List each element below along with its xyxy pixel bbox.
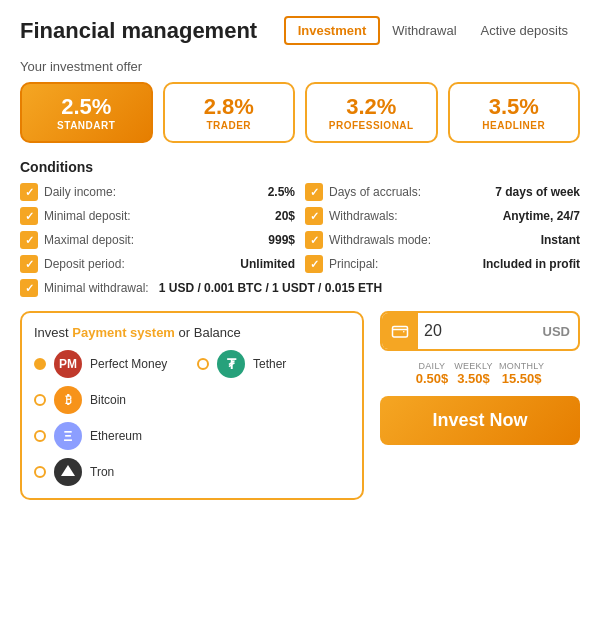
pm-label-perfectmoney: Perfect Money (90, 357, 167, 371)
condition-min-deposit: Minimal deposit: 20$ (20, 207, 295, 225)
plan-professional[interactable]: 3.2% PROFESSIONAL (305, 82, 438, 143)
page-title: Financial management (20, 18, 257, 44)
check-icon-principal (305, 255, 323, 273)
stats-row: DAILY 0.50$ WEEKLY 3.50$ MONTHLY 15.50$ (380, 361, 580, 386)
invest-now-button[interactable]: Invest Now (380, 396, 580, 445)
plan-trader[interactable]: 2.8% TRADER (163, 82, 296, 143)
payment-system-link[interactable]: Payment system (72, 325, 175, 340)
condition-daily-income: Daily income: 2.5% (20, 183, 295, 201)
currency-label: USD (535, 320, 578, 343)
plan-headliner[interactable]: 3.5% HEADLINER (448, 82, 581, 143)
stat-weekly-label: WEEKLY (454, 361, 493, 371)
check-icon-min-dep (20, 207, 38, 225)
tab-active-deposits[interactable]: Active deposits (469, 18, 580, 43)
amount-input[interactable] (418, 318, 535, 344)
pm-dot-ethereum (34, 430, 46, 442)
svg-marker-0 (61, 465, 75, 476)
pm-icon-perfectmoney: PM (54, 350, 82, 378)
plan-headliner-rate: 3.5% (456, 94, 573, 120)
conditions-grid: Daily income: 2.5% Days of accruals: 7 d… (20, 183, 580, 297)
pm-icon-tether: ₮ (217, 350, 245, 378)
payment-method-ethereum[interactable]: Ξ Ethereum (34, 422, 187, 450)
pm-dot-tether (197, 358, 209, 370)
check-icon-max-dep (20, 231, 38, 249)
pm-label-tether: Tether (253, 357, 286, 371)
plan-standart[interactable]: 2.5% STANDART (20, 82, 153, 143)
stat-daily: DAILY 0.50$ (416, 361, 449, 386)
condition-principal: Principal: Included in profit (305, 255, 580, 273)
condition-deposit-period: Deposit period: Unlimited (20, 255, 295, 273)
plan-headliner-name: HEADLINER (456, 120, 573, 131)
pm-label-bitcoin: Bitcoin (90, 393, 126, 407)
check-icon-min-withdrawal (20, 279, 38, 297)
bottom-section: Invest Payment system or Balance PM Perf… (20, 311, 580, 500)
right-panel: USD DAILY 0.50$ WEEKLY 3.50$ MONTHLY 15.… (380, 311, 580, 500)
condition-min-withdrawal: Minimal withdrawal: 1 USD / 0.001 BTC / … (20, 279, 580, 297)
check-icon-days (305, 183, 323, 201)
pm-dot-perfectmoney (34, 358, 46, 370)
plan-trader-rate: 2.8% (171, 94, 288, 120)
wallet-icon (382, 313, 418, 349)
svg-rect-1 (393, 327, 408, 338)
plan-standart-rate: 2.5% (28, 94, 145, 120)
conditions-title: Conditions (20, 159, 580, 175)
tab-investment[interactable]: Investment (284, 16, 381, 45)
payment-method-tether[interactable]: ₮ Tether (197, 350, 350, 378)
stat-weekly-value: 3.50$ (454, 371, 493, 386)
pm-icon-ethereum: Ξ (54, 422, 82, 450)
check-icon-mode (305, 231, 323, 249)
condition-max-deposit: Maximal deposit: 999$ (20, 231, 295, 249)
condition-days-accruals: Days of accruals: 7 days of week (305, 183, 580, 201)
payment-box: Invest Payment system or Balance PM Perf… (20, 311, 364, 500)
tabs-container: Investment Withdrawal Active deposits (284, 16, 580, 45)
conditions-section: Conditions Daily income: 2.5% Days of ac… (20, 159, 580, 297)
payment-header: Invest Payment system or Balance (34, 325, 350, 340)
pm-dot-tron (34, 466, 46, 478)
check-icon-withdrawals (305, 207, 323, 225)
pm-label-ethereum: Ethereum (90, 429, 142, 443)
plan-professional-rate: 3.2% (313, 94, 430, 120)
stat-daily-label: DAILY (416, 361, 449, 371)
stat-monthly-value: 15.50$ (499, 371, 544, 386)
pm-icon-bitcoin: ₿ (54, 386, 82, 414)
or-balance-label: or Balance (179, 325, 241, 340)
plan-professional-name: PROFESSIONAL (313, 120, 430, 131)
plan-standart-name: STANDART (28, 120, 145, 131)
amount-input-box: USD (380, 311, 580, 351)
payment-method-perfectmoney[interactable]: PM Perfect Money (34, 350, 187, 378)
stat-weekly: WEEKLY 3.50$ (454, 361, 493, 386)
payment-methods: PM Perfect Money ₮ Tether ₿ Bitcoin (34, 350, 350, 486)
stat-monthly: MONTHLY 15.50$ (499, 361, 544, 386)
tab-withdrawal[interactable]: Withdrawal (380, 18, 468, 43)
payment-method-bitcoin[interactable]: ₿ Bitcoin (34, 386, 187, 414)
pm-icon-tron (54, 458, 82, 486)
offer-cards: 2.5% STANDART 2.8% TRADER 3.2% PROFESSIO… (20, 82, 580, 143)
invest-label: Invest (34, 325, 69, 340)
offer-section-label: Your investment offer (20, 59, 580, 74)
condition-withdrawals-mode: Withdrawals mode: Instant (305, 231, 580, 249)
stat-daily-value: 0.50$ (416, 371, 449, 386)
check-icon-daily (20, 183, 38, 201)
pm-dot-bitcoin (34, 394, 46, 406)
check-icon-period (20, 255, 38, 273)
condition-withdrawals: Withdrawals: Anytime, 24/7 (305, 207, 580, 225)
payment-method-tron[interactable]: Tron (34, 458, 187, 486)
pm-label-tron: Tron (90, 465, 114, 479)
plan-trader-name: TRADER (171, 120, 288, 131)
stat-monthly-label: MONTHLY (499, 361, 544, 371)
